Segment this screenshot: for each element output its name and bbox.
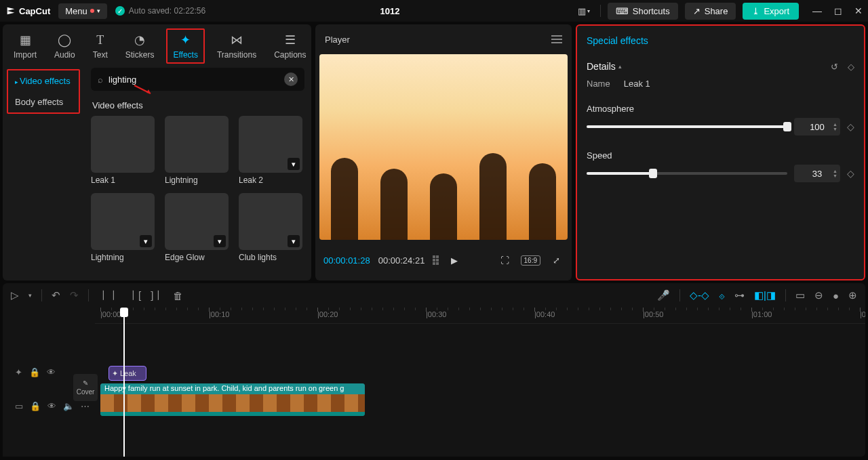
redo-button[interactable]: ↷ — [70, 289, 79, 301]
timeline: ▷ ▾ ↶ ↷ 〡〡 〡[ ]〡 🗑 🎤 ◇-◇ ⟐ ⊶ ◧|◨ ▭ ⊖ ● ⊕… — [3, 283, 865, 457]
speed-slider[interactable] — [587, 172, 787, 175]
magnet-icon[interactable]: ⟐ — [719, 290, 725, 301]
player-controls: 00:00:01:28 00:00:24:21 ▶ ⛶ 16:9 ⤢ — [315, 240, 572, 280]
zoom-in-icon[interactable]: ⊕ — [848, 289, 857, 301]
tab-import[interactable]: ▦Import — [8, 30, 42, 62]
timeline-toolbar: ▷ ▾ ↶ ↷ 〡〡 〡[ ]〡 🗑 🎤 ◇-◇ ⟐ ⊶ ◧|◨ ▭ ⊖ ● ⊕ — [3, 283, 865, 308]
effect-thumb[interactable]: ▾Leak 2 — [239, 116, 304, 185]
properties-panel: Special effects Details▴ ↺ ◇ Name Leak 1… — [576, 24, 865, 280]
align-icon[interactable]: ◧|◨ — [754, 289, 776, 301]
cover-button[interactable]: ✎ Cover — [73, 374, 98, 401]
effect-clip[interactable]: ✦ Leak — [108, 366, 146, 381]
tab-captions[interactable]: ☰Captions — [269, 30, 311, 62]
preview-render-icon[interactable]: ▭ — [795, 289, 805, 301]
player-title: Player — [325, 35, 350, 45]
tracks-area[interactable]: |00:00|00:10|00:20|00:30|00:40|00:50|01:… — [95, 308, 865, 457]
effect-thumb[interactable]: ▾Lightning — [91, 193, 157, 262]
search-icon: ⌕ — [98, 75, 103, 85]
effect-thumb[interactable]: ▾Club lights — [239, 193, 304, 262]
track-type-icon[interactable]: ▭ — [15, 401, 23, 411]
play-button[interactable]: ▶ — [447, 253, 462, 268]
playhead[interactable] — [123, 308, 125, 457]
props-title: Special effects — [577, 26, 864, 56]
edit-icon: ✎ — [83, 379, 88, 387]
player-menu-icon[interactable] — [551, 35, 562, 43]
compare-icon[interactable] — [433, 255, 439, 265]
mic-icon[interactable]: 🎤 — [657, 289, 670, 301]
brand-text: CapCut — [19, 6, 50, 16]
effect-thumb[interactable]: Leak 1 — [91, 116, 157, 185]
delete-button[interactable]: 🗑 — [173, 290, 183, 301]
export-button[interactable]: ⤓ Export — [743, 3, 799, 20]
pointer-dropdown[interactable]: ▾ — [28, 292, 32, 299]
menu-button[interactable]: Menu ▾ — [58, 3, 107, 19]
clip-title: Happy family run at sunset in park. Chil… — [100, 383, 365, 394]
undo-icon[interactable]: ↺ — [831, 62, 838, 72]
download-icon[interactable]: ▾ — [214, 235, 226, 247]
more-icon[interactable]: ⋯ — [81, 401, 90, 411]
effect-thumb[interactable]: Lightning — [165, 116, 231, 185]
share-button[interactable]: ↗ Share — [685, 3, 736, 20]
link-icon[interactable]: ⊶ — [734, 289, 745, 301]
maximize-button[interactable]: ◻ — [834, 5, 842, 16]
time-ruler[interactable]: |00:00|00:10|00:20|00:30|00:40|00:50|01:… — [95, 308, 865, 324]
clear-search-button[interactable]: ✕ — [284, 72, 298, 86]
atmosphere-value[interactable]: 100 ▲▼ — [794, 118, 840, 135]
category-body-effects[interactable]: Body effects — [8, 91, 79, 112]
aspect-ratio[interactable]: 16:9 — [521, 255, 540, 266]
snap-icon[interactable]: ◇-◇ — [690, 289, 709, 301]
zoom-slider-handle[interactable]: ● — [833, 290, 839, 301]
layout-icon[interactable]: ▥▾ — [574, 1, 593, 20]
details-header[interactable]: Details▴ — [587, 61, 622, 72]
sparkle-icon: ✦ — [180, 33, 191, 47]
app-logo: CapCut — [5, 5, 50, 16]
tab-audio[interactable]: ◯Audio — [49, 30, 81, 62]
download-icon[interactable]: ▾ — [288, 158, 300, 170]
speed-value[interactable]: 33 ▲▼ — [794, 165, 840, 182]
download-icon[interactable]: ▾ — [140, 235, 152, 247]
scale-icon[interactable]: ⛶ — [498, 253, 513, 268]
atmosphere-keyframe[interactable]: ◇ — [847, 121, 854, 132]
mute-icon[interactable]: 🔈 — [63, 401, 74, 411]
close-button[interactable]: ✕ — [854, 5, 863, 16]
download-icon[interactable]: ▾ — [288, 235, 300, 247]
effects-search[interactable]: ⌕ ✕ — [91, 68, 304, 91]
clip-audio-waveform — [100, 412, 365, 416]
visibility-icon[interactable]: 👁 — [47, 367, 56, 377]
search-input[interactable] — [108, 75, 279, 85]
speed-keyframe[interactable]: ◇ — [847, 168, 854, 179]
category-video-effects[interactable]: ▸Video effects — [8, 70, 79, 91]
tab-text[interactable]: TText — [87, 30, 113, 62]
atmosphere-control: Atmosphere — [587, 104, 854, 114]
project-title: 1012 — [214, 6, 566, 16]
keyframe-icon[interactable]: ◇ — [848, 62, 854, 72]
atmosphere-slider[interactable] — [587, 125, 787, 128]
clip-thumbnails — [100, 394, 365, 412]
split-tool[interactable]: 〡〡 — [98, 289, 119, 302]
effects-panel: ▦Import ◯Audio TText ◔Stickers ✦Effects … — [3, 24, 311, 280]
effect-thumb[interactable]: ▾Edge Glow — [165, 193, 231, 262]
minimize-button[interactable]: — — [812, 5, 822, 16]
current-time: 00:00:01:28 — [323, 255, 370, 266]
player-panel: Player 00:00:01:28 00:00:24:21 ▶ ⛶ 16:9 … — [315, 24, 572, 280]
duration: 00:00:24:21 — [378, 255, 425, 266]
preview-viewport[interactable] — [319, 54, 568, 240]
shortcuts-button[interactable]: ⌨ Shortcuts — [608, 3, 678, 20]
fullscreen-icon[interactable]: ⤢ — [549, 253, 564, 268]
lock-icon[interactable]: 🔒 — [29, 367, 40, 377]
titlebar: CapCut Menu ▾ ✓ Auto saved: 02:22:56 101… — [0, 0, 868, 22]
video-clip[interactable]: Happy family run at sunset in park. Chil… — [100, 383, 365, 416]
tab-effects[interactable]: ✦Effects — [166, 28, 204, 64]
trim-left-tool[interactable]: 〡[ — [128, 289, 141, 302]
trim-right-tool[interactable]: ]〡 — [151, 289, 163, 302]
fx-track-icon[interactable]: ✦ — [15, 367, 22, 377]
tab-stickers[interactable]: ◔Stickers — [120, 30, 160, 62]
pointer-tool[interactable]: ▷ — [11, 289, 19, 301]
undo-button[interactable]: ↶ — [52, 289, 60, 301]
zoom-out-icon[interactable]: ⊖ — [814, 289, 823, 301]
visibility-icon[interactable]: 👁 — [47, 401, 56, 411]
lock-icon[interactable]: 🔒 — [30, 401, 41, 411]
speed-label: Speed — [587, 150, 654, 161]
tab-transitions[interactable]: ⋈Transitions — [212, 30, 262, 62]
effects-grid: Leak 1 Lightning ▾Leak 2 ▾Lightning ▾Edg… — [91, 116, 304, 262]
